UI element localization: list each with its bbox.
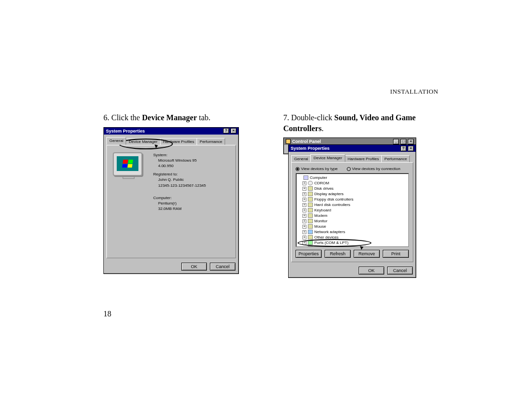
system-properties-dialog-general: System Properties ? × General Device Man… bbox=[103, 127, 239, 274]
view-mode-radios: View devices by type View devices by con… bbox=[296, 167, 409, 171]
tab-strip: General Device Manager Hardware Profiles… bbox=[291, 154, 413, 162]
device-icon bbox=[308, 219, 313, 223]
tab-general[interactable]: General bbox=[106, 137, 126, 145]
properties-button[interactable]: Properties bbox=[296, 250, 322, 258]
system-info: System: Microsoft Windows 95 4.00.950 Re… bbox=[153, 149, 206, 212]
tree-item[interactable]: +Disk drives bbox=[298, 186, 407, 191]
computer-line: Pentium(r) bbox=[158, 201, 206, 206]
step-6-text: 6. Click the Device Manager tab. bbox=[103, 112, 259, 123]
cancel-button[interactable]: Cancel bbox=[210, 263, 235, 271]
tab-device-manager[interactable]: Device Manager bbox=[126, 138, 160, 145]
device-icon bbox=[308, 181, 313, 185]
device-icon bbox=[308, 197, 313, 202]
tree-item-label: Ports (COM & LPT) bbox=[314, 240, 348, 245]
expander-icon[interactable]: + bbox=[302, 225, 306, 229]
remove-button[interactable]: Remove bbox=[354, 250, 380, 258]
help-button[interactable]: ? bbox=[223, 128, 229, 134]
device-icon bbox=[303, 175, 308, 180]
close-button[interactable]: × bbox=[408, 139, 414, 144]
computer-icon bbox=[113, 152, 144, 182]
expander-icon[interactable]: + bbox=[302, 181, 306, 185]
tree-item-label: Network adapters bbox=[314, 230, 345, 234]
step-bold: Device Manager bbox=[142, 113, 197, 122]
expander-icon[interactable]: + bbox=[302, 230, 306, 234]
expander-icon[interactable]: + bbox=[302, 214, 306, 218]
tree-item-label: Floppy disk controllers bbox=[314, 197, 354, 202]
expander-icon[interactable]: + bbox=[302, 192, 306, 196]
tree-item[interactable]: +Mouse bbox=[298, 224, 407, 229]
registered-line: John Q. Public bbox=[158, 177, 206, 182]
ok-button[interactable]: OK bbox=[181, 263, 207, 271]
radio-by-connection[interactable]: View devices by connection bbox=[347, 167, 400, 171]
step-pre: Double-click bbox=[291, 113, 334, 122]
tree-item[interactable]: +Modem bbox=[298, 213, 407, 218]
tree-item[interactable]: +Floppy disk controllers bbox=[298, 197, 407, 202]
tab-hardware-profiles[interactable]: Hardware Profiles bbox=[345, 155, 382, 162]
dialog-title: System Properties bbox=[106, 129, 145, 134]
tree-item[interactable]: +Network adapters bbox=[298, 229, 407, 235]
tree-item[interactable]: +Monitor bbox=[298, 218, 407, 224]
section-header: INSTALLATION bbox=[390, 88, 438, 96]
tree-item[interactable]: +Other devices bbox=[298, 235, 407, 240]
system-label: System: bbox=[153, 152, 206, 158]
device-icon bbox=[308, 240, 313, 245]
expander-icon[interactable]: + bbox=[302, 187, 306, 191]
tree-item-label: Hard disk controllers bbox=[314, 203, 350, 207]
tab-performance[interactable]: Performance bbox=[197, 138, 225, 145]
step-num: 6. bbox=[103, 113, 109, 122]
device-icon bbox=[308, 208, 313, 212]
tree-item-label: Computer bbox=[310, 175, 327, 180]
tab-device-manager[interactable]: Device Manager bbox=[310, 154, 345, 162]
expander-icon[interactable]: + bbox=[302, 219, 306, 223]
expander-icon[interactable]: + bbox=[302, 246, 306, 247]
device-icon bbox=[308, 246, 313, 247]
expander-icon[interactable]: + bbox=[302, 241, 306, 245]
step-post: . bbox=[322, 124, 324, 133]
tree-item[interactable]: +SCSI controllers bbox=[298, 245, 407, 247]
cp-title: Control Panel bbox=[292, 139, 321, 144]
tree-item-label: Other devices bbox=[314, 235, 338, 240]
step-pre: Click the bbox=[111, 113, 142, 122]
ok-button[interactable]: OK bbox=[359, 267, 384, 274]
step-num: 7. bbox=[283, 113, 289, 122]
computer-label: Computer: bbox=[153, 195, 206, 201]
tree-item[interactable]: +Hard disk controllers bbox=[298, 202, 407, 207]
tree-item[interactable]: +Keyboard bbox=[298, 207, 407, 213]
expander-icon[interactable]: + bbox=[302, 236, 306, 240]
registered-label: Registered to: bbox=[153, 171, 206, 177]
step-post: tab. bbox=[197, 113, 211, 122]
expander-icon[interactable]: + bbox=[302, 203, 306, 207]
close-button[interactable]: × bbox=[408, 146, 414, 151]
page-number: 18 bbox=[103, 309, 111, 318]
tree-item-label: Mouse bbox=[314, 224, 326, 229]
device-tree[interactable]: Computer+CDROM+Disk drives+Display adapt… bbox=[296, 173, 409, 247]
tree-item[interactable]: +CDROM bbox=[298, 180, 407, 186]
system-line: Microsoft Windows 95 bbox=[158, 158, 206, 163]
radio-by-type[interactable]: View devices by type bbox=[296, 167, 338, 171]
tab-general[interactable]: General bbox=[291, 155, 311, 162]
tab-performance[interactable]: Performance bbox=[381, 155, 410, 162]
dialog-title: System Properties bbox=[291, 146, 330, 151]
device-icon bbox=[308, 192, 313, 196]
tab-hardware-profiles[interactable]: Hardware Profiles bbox=[160, 138, 198, 145]
print-button[interactable]: Print bbox=[383, 250, 409, 258]
tree-item[interactable]: Computer bbox=[298, 175, 407, 180]
refresh-button[interactable]: Refresh bbox=[325, 250, 351, 258]
expander-icon[interactable]: + bbox=[302, 198, 306, 202]
cancel-button[interactable]: Cancel bbox=[387, 267, 413, 274]
close-button[interactable]: × bbox=[231, 128, 236, 134]
device-icon bbox=[308, 230, 313, 234]
system-line: 4.00.950 bbox=[158, 163, 206, 169]
system-properties-dialog-devmgr: System Properties ? × General Device Man… bbox=[288, 144, 416, 278]
tree-item[interactable]: +Display adapters bbox=[298, 191, 407, 197]
help-button[interactable]: ? bbox=[400, 146, 406, 151]
tree-item-label: Modem bbox=[314, 213, 328, 218]
maximize-button[interactable]: □ bbox=[400, 139, 406, 144]
expander-icon[interactable]: + bbox=[302, 208, 306, 212]
minimize-button[interactable]: _ bbox=[393, 139, 399, 144]
device-icon bbox=[308, 213, 313, 218]
tree-item-label: Display adapters bbox=[314, 192, 344, 196]
device-icon bbox=[308, 235, 313, 240]
titlebar: System Properties ? × bbox=[289, 145, 416, 152]
tree-item[interactable]: +Ports (COM & LPT) bbox=[298, 240, 407, 245]
